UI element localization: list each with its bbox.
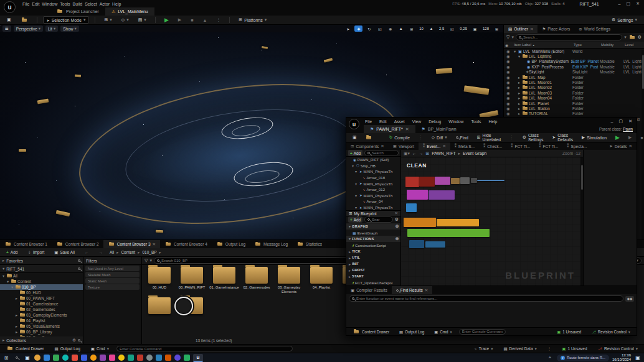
add-actor-dropdown[interactable]: ⊞▾ (101, 17, 115, 23)
my-blueprint-item[interactable]: ▸TICK (346, 248, 400, 254)
bp-tab-specta[interactable]: ⁑Specta... (562, 142, 591, 151)
outliner-scrollbar[interactable] (642, 50, 644, 239)
lit-dropdown[interactable]: Lit▾ (45, 26, 58, 32)
hide-unrelated-kebab[interactable]: ⋮ (506, 134, 517, 141)
camera-speed-button[interactable]: ▣ (471, 26, 479, 32)
expand-arrow-icon[interactable]: ▸ (14, 324, 19, 328)
my-blueprint-item[interactable]: ▸UTIL (346, 254, 400, 261)
filter-chip[interactable]: Static Mesh (85, 278, 140, 284)
grid-snap-value[interactable]: 10 (418, 27, 425, 30)
expand-arrow-icon[interactable]: ▸ (348, 249, 352, 254)
graph-node[interactable] (409, 240, 424, 248)
eye-icon[interactable]: ◉ (504, 85, 513, 90)
graph-node[interactable] (407, 229, 490, 237)
surface-snap-toggle[interactable]: ▲ (397, 26, 405, 32)
bp-tab-fctti[interactable]: ⁑FCT Ti... (534, 142, 562, 151)
bp-unsaved-button[interactable]: ▣1 Unsaved (554, 329, 584, 335)
bp-menu-help[interactable]: Help (487, 119, 498, 124)
rotate-tool[interactable]: ↻ (365, 26, 373, 32)
expand-arrow-icon[interactable]: ▸ (348, 262, 352, 266)
expand-arrow-icon[interactable]: ▸ (14, 313, 19, 317)
expand-arrow-icon[interactable]: ▾ (10, 285, 14, 289)
graph-breadcrumb-graph[interactable]: Event Graph (463, 151, 486, 155)
outliner-row[interactable]: ◉▸LVL_PlanetFolder (504, 101, 644, 106)
perspective-dropdown[interactable]: Perspective▾ (14, 26, 43, 32)
taskbar-app-icon[interactable] (156, 355, 162, 361)
taskbar-app-icon[interactable] (146, 355, 153, 361)
outliner-row[interactable]: ◉▸LVL_StationFolder (504, 106, 644, 111)
notification-center-button[interactable]: ▣ (634, 354, 642, 361)
tab-compiler-results[interactable]: ▣Compiler Results (346, 286, 392, 294)
taskbar-search-button[interactable] (13, 354, 21, 361)
my-blueprint-search[interactable] (364, 216, 393, 223)
play-options-kebab[interactable]: ⋮ (213, 17, 224, 23)
eye-icon[interactable]: ◉ (504, 106, 513, 111)
outliner-type-cell[interactable]: Edit KXP_Post (572, 65, 600, 69)
component-row[interactable]: ▾➤MAIN_PhysicsTh (346, 169, 400, 175)
component-row[interactable]: ↘Arrow_018 (346, 175, 400, 181)
maximize-button[interactable]: ▢ (627, 1, 631, 6)
close-icon[interactable]: ✕ (381, 144, 384, 149)
bp-cmd-dropdown[interactable]: ▣Cmd▾ (431, 329, 455, 335)
tab-place-actors[interactable]: ⚑Place Actors (537, 25, 574, 33)
component-row[interactable]: ↘Arrow_012 (346, 187, 400, 193)
graph-node[interactable] (437, 219, 479, 226)
outliner-row[interactable]: ◉▸LVL_Moon04Folder (504, 96, 644, 101)
move-tool[interactable]: ✚ (354, 26, 362, 32)
cb-tree-item[interactable]: 01_GameInstance (0, 301, 83, 307)
close-button[interactable]: ✕ (636, 1, 640, 6)
bp-save-button[interactable]: ▣ (349, 134, 359, 141)
expand-arrow-icon[interactable]: ▸ (348, 256, 352, 260)
taskbar-app-icon[interactable] (118, 355, 125, 361)
taskbar-app-icon[interactable] (81, 355, 87, 361)
camera-speed-value[interactable]: 128 (481, 27, 490, 30)
tab-bp-mainpawn[interactable]: ⚑BP_MainPawn (415, 125, 463, 133)
cinematics-dropdown[interactable]: ▤▾ (135, 17, 149, 23)
graph-node[interactable] (407, 190, 428, 200)
tab-message-log[interactable]: Message Log (250, 240, 292, 248)
outliner-row[interactable]: ◉▾LVL_Lighting (504, 53, 644, 58)
bp-revision-control-dropdown[interactable]: ⎇Revision Control▾ (588, 329, 633, 335)
taskbar-app-icon[interactable] (184, 355, 190, 361)
scale-snap-value[interactable]: 0,25 (458, 27, 468, 30)
class-defaults-button[interactable]: ➤Class Defaults (549, 132, 576, 142)
content-drawer-button[interactable]: Content Drawer (3, 346, 47, 351)
component-row[interactable]: ▾⬡Ship_HB (346, 163, 400, 169)
menu-edit[interactable]: Edit (31, 2, 40, 6)
taskbar-app-icon[interactable] (137, 355, 143, 361)
expand-arrow-icon[interactable]: ▸ (517, 96, 521, 100)
bp-close-button[interactable]: ✕ (628, 119, 632, 124)
expand-arrow-icon[interactable]: ▸ (517, 80, 521, 85)
status-kebab[interactable]: ⋮ (544, 346, 555, 352)
expand-arrow-icon[interactable]: ▾ (1, 274, 6, 278)
derived-data-dropdown[interactable]: ▤Derived Data▾ (500, 346, 539, 352)
cb-tree-item[interactable]: ▸05_VisualElements (0, 323, 83, 329)
taskbar-app-icon[interactable] (109, 355, 115, 361)
asset-folder-tile[interactable]: 02_Gamemodes (241, 267, 272, 290)
graph-node[interactable] (429, 190, 455, 200)
outliner-row[interactable]: ◉▾▣LVL_MainMenu (Editor)World (504, 49, 644, 53)
hide-unrelated-button[interactable]: ⊞Hide Unrelated (474, 132, 504, 142)
bp-menu-tools[interactable]: Tools (470, 119, 483, 124)
find-in-blueprints-button[interactable]: ◉◉ (625, 296, 634, 302)
outliner-filter-button[interactable]: ▽ (506, 35, 509, 40)
my-blueprint-settings-icon[interactable]: ⚙ (395, 217, 399, 222)
selection-mode-dropdown[interactable]: ➤ Selection Mode ▾ (43, 16, 90, 24)
tray-notification[interactable]: i Route fermée dans R... (557, 355, 609, 361)
platforms-dropdown[interactable]: ⊞Platforms▾ (235, 17, 270, 23)
taskbar-app-icon[interactable] (53, 355, 59, 361)
graph-node[interactable] (425, 241, 445, 248)
expand-arrow-icon[interactable]: ▸ (14, 330, 19, 334)
taskbar-app-icon[interactable] (128, 355, 134, 361)
grid-snap-toggle[interactable]: ⊞ (407, 26, 415, 32)
expand-arrow-icon[interactable]: ▸ (348, 268, 352, 272)
tab-statistics[interactable]: Statistics (292, 240, 326, 248)
find-search-input[interactable] (349, 295, 623, 302)
eye-icon[interactable]: ◉ (504, 80, 513, 85)
bp-console-input[interactable] (459, 329, 506, 335)
bp-stop-button[interactable]: ■ (637, 135, 644, 141)
outliner-row[interactable]: ◉▸LVL_MapFolder (504, 75, 644, 80)
cb-back-button[interactable]: ← (82, 249, 92, 255)
expand-arrow-icon[interactable]: ▾ (351, 164, 355, 168)
eye-icon[interactable]: ◉ (504, 96, 513, 100)
